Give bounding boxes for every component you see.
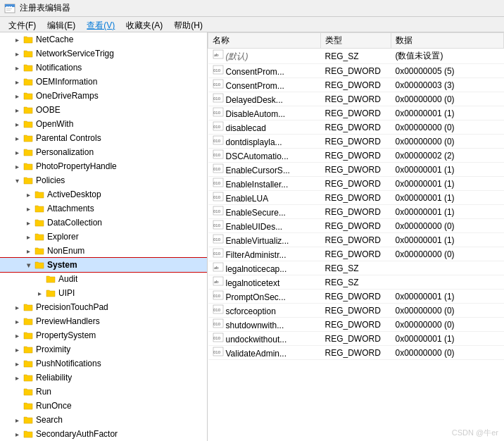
expand-icon[interactable]: ▸	[11, 318, 23, 325]
tree-item-explorer[interactable]: ▸ Explorer	[0, 230, 207, 244]
expand-icon[interactable]: ▸	[23, 191, 34, 199]
tree-label: ActiveDesktop	[47, 190, 101, 199]
expand-icon[interactable]: ▾	[23, 261, 34, 269]
expand-icon[interactable]: ▸	[11, 64, 23, 72]
expand-icon[interactable]: ▸	[11, 416, 23, 424]
table-row[interactable]: ab legalnoticetextREG_SZ	[208, 275, 504, 290]
expand-icon[interactable]: ▸	[34, 290, 45, 297]
table-row[interactable]: 010 DisableAutom...REG_DWORD0x00000001 (…	[208, 106, 504, 120]
tree-item-system[interactable]: ▾ System	[0, 258, 207, 272]
tree-item-policies[interactable]: ▾ Policies	[0, 173, 207, 187]
content-panel[interactable]: 名称 类型 数据 ab (默认)REG_SZ(数值未设置) 010 Consen…	[208, 32, 504, 441]
tree-item-oobe[interactable]: ▸ OOBE	[0, 103, 207, 117]
tree-item-openwith[interactable]: ▸ OpenWith	[0, 117, 207, 131]
table-row[interactable]: 010 DSCAutomatio...REG_DWORD0x00000002 (…	[208, 149, 504, 163]
table-row[interactable]: 010 dontdisplayla...REG_DWORD0x00000000 …	[208, 135, 504, 149]
table-row[interactable]: 010 EnableLUAREG_DWORD0x00000001 (1)	[208, 191, 504, 205]
table-row[interactable]: 010 scforceoptionREG_DWORD0x00000000 (0)	[208, 304, 504, 318]
table-row[interactable]: 010 EnableVirtualiz...REG_DWORD0x0000000…	[208, 233, 504, 247]
table-row[interactable]: 010 ConsentProm...REG_DWORD0x00000005 (5…	[208, 64, 504, 78]
expand-icon[interactable]: ▸	[11, 304, 23, 311]
menu-view[interactable]: 查看(V)	[81, 18, 120, 30]
cell-data: 0x00000001 (1)	[391, 332, 504, 346]
tree-panel[interactable]: ▸ NetCache▸ NetworkServiceTrigg▸ Notific…	[0, 32, 208, 441]
tree-item-onedriveramps[interactable]: ▸ OneDriveRamps	[0, 89, 207, 103]
tree-label: SecondaryAuthFactor	[36, 429, 118, 439]
table-row[interactable]: 010 EnableUIDes...REG_DWORD0x00000000 (0…	[208, 219, 504, 233]
table-row[interactable]: ab legalnoticecap...REG_SZ	[208, 261, 504, 275]
table-row[interactable]: 010 DelayedDesk...REG_DWORD0x00000000 (0…	[208, 92, 504, 106]
tree-item-notifications[interactable]: ▸ Notifications	[0, 61, 207, 75]
tree-label: Run	[36, 387, 51, 397]
table-row[interactable]: 010 undockwithout...REG_DWORD0x00000001 …	[208, 332, 504, 346]
expand-icon[interactable]: ▸	[11, 360, 23, 368]
tree-item-runonce[interactable]: RunOnce	[0, 399, 207, 413]
menu-file[interactable]: 文件(F)	[3, 18, 42, 30]
tree-item-proximity[interactable]: ▸ Proximity	[0, 342, 207, 356]
expand-icon[interactable]: ▸	[11, 120, 23, 128]
expand-icon[interactable]: ▸	[11, 374, 23, 382]
tree-item-previewhandlers[interactable]: ▸ PreviewHandlers	[0, 314, 207, 328]
table-row[interactable]: 010 EnableInstaller...REG_DWORD0x0000000…	[208, 177, 504, 191]
tree-item-reliability[interactable]: ▸ Reliability	[0, 371, 207, 385]
folder-icon	[23, 132, 34, 144]
tree-item-pushnotifications[interactable]: ▸ PushNotifications	[0, 356, 207, 371]
expand-icon[interactable]: ▸	[23, 233, 34, 241]
tree-item-search[interactable]: ▸ Search	[0, 413, 207, 427]
tree-item-precisiontouchpad[interactable]: ▸ PrecisionTouchPad	[0, 300, 207, 314]
table-row[interactable]: 010 FilterAdministr...REG_DWORD0x0000000…	[208, 247, 504, 261]
expand-icon[interactable]: ▸	[11, 332, 23, 340]
tree-item-oeminformation[interactable]: ▸ OEMInformation	[0, 75, 207, 89]
tree-item-nonenum[interactable]: ▸ NonEnum	[0, 244, 207, 258]
expand-icon[interactable]: ▸	[11, 106, 23, 114]
table-row[interactable]: 010 shutdownwith...REG_DWORD0x00000000 (…	[208, 318, 504, 332]
expand-icon[interactable]: ▸	[11, 50, 23, 58]
tree-item-personalization[interactable]: ▸ Personalization	[0, 145, 207, 159]
expand-icon[interactable]: ▸	[11, 135, 23, 142]
tree-item-secondaryauthfactor[interactable]: ▸ SecondaryAuthFactor	[0, 427, 207, 441]
expand-icon[interactable]: ▸	[23, 205, 34, 213]
svg-text:010: 010	[213, 336, 221, 340]
table-row[interactable]: 010 EnableSecure...REG_DWORD0x00000001 (…	[208, 205, 504, 219]
svg-text:ab: ab	[214, 279, 219, 285]
table-row[interactable]: 010 ValidateAdmin...REG_DWORD0x00000000 …	[208, 346, 504, 360]
tree-label: PhotoPropertyHandle	[36, 161, 117, 171]
expand-icon[interactable]: ▾	[11, 177, 23, 185]
table-row[interactable]: 010 EnableCursorS...REG_DWORD0x00000001 …	[208, 163, 504, 177]
tree-item-networkservicetrigg[interactable]: ▸ NetworkServiceTrigg	[0, 46, 207, 61]
tree-item-activedesktop[interactable]: ▸ ActiveDesktop	[0, 187, 207, 201]
dword-icon: 010	[213, 220, 224, 230]
menu-edit[interactable]: 编辑(E)	[42, 18, 81, 30]
tree-item-audit[interactable]: Audit	[0, 272, 207, 286]
cell-type: REG_DWORD	[321, 163, 391, 177]
cell-name: 010 scforceoption	[208, 304, 321, 318]
expand-icon[interactable]: ▸	[11, 78, 23, 86]
folder-icon	[23, 76, 34, 87]
expand-icon[interactable]: ▸	[11, 430, 23, 438]
cell-name: 010 EnableSecure...	[208, 205, 321, 219]
expand-icon[interactable]: ▸	[23, 247, 34, 255]
tree-label: Notifications	[36, 63, 82, 73]
cell-type: REG_DWORD	[321, 332, 391, 346]
expand-icon[interactable]: ▸	[23, 219, 34, 227]
expand-icon[interactable]: ▸	[11, 163, 23, 170]
tree-item-attachments[interactable]: ▸ Attachments	[0, 201, 207, 216]
tree-item-propertysystem[interactable]: ▸ PropertySystem	[0, 328, 207, 342]
table-row[interactable]: 010 disablecadREG_DWORD0x00000000 (0)	[208, 120, 504, 135]
cell-type: REG_DWORD	[321, 318, 391, 332]
tree-item-netcache[interactable]: ▸ NetCache	[0, 32, 207, 46]
tree-item-run[interactable]: Run	[0, 385, 207, 399]
expand-icon[interactable]: ▸	[11, 149, 23, 156]
tree-item-photopropertyhandle[interactable]: ▸ PhotoPropertyHandle	[0, 159, 207, 173]
menu-help[interactable]: 帮助(H)	[168, 18, 208, 30]
tree-item-uipi[interactable]: ▸ UIPI	[0, 286, 207, 300]
tree-item-datacollection[interactable]: ▸ DataCollection	[0, 216, 207, 230]
table-row[interactable]: ab (默认)REG_SZ(数值未设置)	[208, 49, 504, 64]
expand-icon[interactable]: ▸	[11, 36, 23, 44]
tree-item-parentalcontrols[interactable]: ▸ Parental Controls	[0, 131, 207, 145]
table-row[interactable]: 010 PromptOnSec...REG_DWORD0x00000001 (1…	[208, 290, 504, 304]
table-row[interactable]: 010 ConsentProm...REG_DWORD0x00000003 (3…	[208, 78, 504, 92]
expand-icon[interactable]: ▸	[11, 92, 23, 100]
expand-icon[interactable]: ▸	[11, 346, 23, 354]
menu-favorites[interactable]: 收藏夹(A)	[120, 18, 168, 30]
